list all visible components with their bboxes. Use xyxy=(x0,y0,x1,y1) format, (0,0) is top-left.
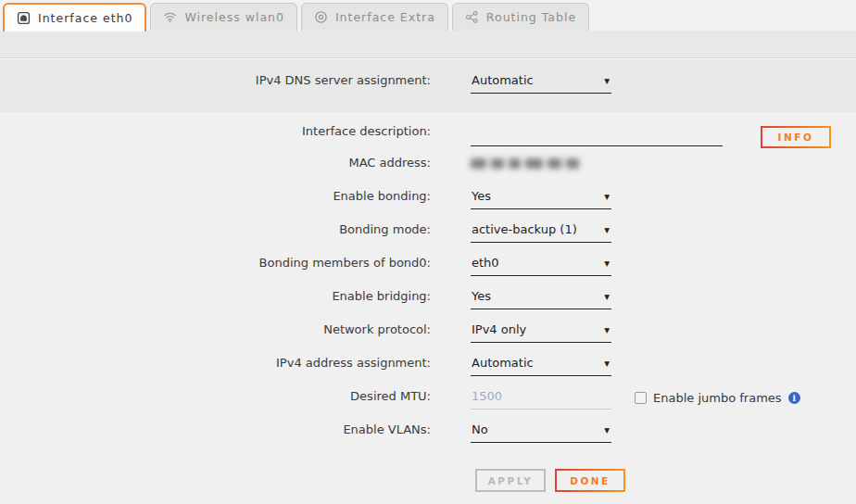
bond-members-row: Bonding members of bond0: eth0 ▼ xyxy=(0,256,856,289)
chevron-down-icon: ▼ xyxy=(604,77,610,85)
ipv4-assignment-row: IPv4 address assignment: Automatic ▼ xyxy=(0,356,856,389)
jumbo-frames-checkbox[interactable] xyxy=(635,392,647,404)
tab-routing-table[interactable]: Routing Table xyxy=(452,3,589,31)
mac-address-row: MAC address: xyxy=(0,156,856,189)
chevron-down-icon: ▼ xyxy=(604,326,610,334)
enable-bridging-select[interactable]: Yes ▼ xyxy=(471,289,611,309)
interface-form: INFO Interface description: MAC address:… xyxy=(0,112,856,504)
description-input[interactable] xyxy=(471,128,723,146)
tab-label: Interface Extra xyxy=(335,10,435,24)
target-icon xyxy=(314,10,328,24)
mtu-row: Desired MTU: 1500 Enable jumbo frames i xyxy=(0,389,856,422)
enable-bridging-row: Enable bridging: Yes ▼ xyxy=(0,289,856,322)
form-actions: APPLY DONE xyxy=(475,469,856,492)
bonding-mode-select[interactable]: active-backup (1) ▼ xyxy=(471,222,611,243)
chevron-down-icon: ▼ xyxy=(604,293,610,301)
chevron-down-icon: ▼ xyxy=(604,226,610,234)
tab-interface-eth0[interactable]: Interface eth0 xyxy=(3,3,146,32)
network-protocol-row: Network protocol: IPv4 only ▼ xyxy=(0,322,856,356)
bonding-mode-label: Bonding mode: xyxy=(0,222,431,256)
chevron-down-icon: ▼ xyxy=(604,426,610,435)
ipv4-assignment-label: IPv4 address assignment: xyxy=(0,356,431,389)
vlans-row: Enable VLANs: No ▼ xyxy=(0,422,856,456)
enable-bridging-label: Enable bridging: xyxy=(0,289,431,322)
ethernet-icon xyxy=(17,11,31,25)
jumbo-frames-label: Enable jumbo frames xyxy=(653,391,782,405)
tab-label: Interface eth0 xyxy=(38,11,132,25)
chevron-down-icon: ▼ xyxy=(604,259,610,268)
apply-button[interactable]: APPLY xyxy=(475,469,546,492)
mtu-input-disabled: 1500 xyxy=(471,389,611,410)
dns-assignment-select[interactable]: Automatic ▼ xyxy=(471,73,611,94)
mtu-label: Desired MTU: xyxy=(0,389,431,422)
dns-assignment-label: IPv4 DNS server assignment: xyxy=(0,73,431,112)
chevron-down-icon: ▼ xyxy=(604,193,610,201)
mac-address-label: MAC address: xyxy=(0,156,431,189)
tab-bar: Interface eth0 Wireless wlan0 Interface … xyxy=(0,0,856,31)
description-label: Interface description: xyxy=(0,124,431,156)
enable-bonding-label: Enable bonding: xyxy=(0,189,431,222)
dns-row: IPv4 DNS server assignment: Automatic ▼ xyxy=(0,58,856,112)
jumbo-info-icon[interactable]: i xyxy=(788,392,800,404)
info-button[interactable]: INFO xyxy=(761,126,831,148)
band-spacer xyxy=(0,31,856,58)
description-row: Interface description: xyxy=(0,124,856,156)
tab-interface-extra[interactable]: Interface Extra xyxy=(301,3,448,31)
enable-bonding-row: Enable bonding: Yes ▼ xyxy=(0,189,856,222)
jumbo-frames-group: Enable jumbo frames i xyxy=(635,389,800,406)
bond-members-label: Bonding members of bond0: xyxy=(0,256,431,289)
wifi-icon xyxy=(163,10,177,24)
bonding-mode-row: Bonding mode: active-backup (1) ▼ xyxy=(0,222,856,256)
tab-label: Routing Table xyxy=(486,10,576,24)
ipv4-assignment-select[interactable]: Automatic ▼ xyxy=(471,356,611,376)
vlans-select[interactable]: No ▼ xyxy=(471,422,611,443)
chevron-down-icon: ▼ xyxy=(604,359,610,368)
tab-wireless-wlan0[interactable]: Wireless wlan0 xyxy=(150,3,297,31)
done-button[interactable]: DONE xyxy=(555,469,625,492)
mac-address-value-redacted xyxy=(471,156,579,169)
tab-label: Wireless wlan0 xyxy=(184,10,284,24)
bond-members-select[interactable]: eth0 ▼ xyxy=(471,256,611,276)
network-protocol-select[interactable]: IPv4 only ▼ xyxy=(471,322,611,343)
enable-bonding-select[interactable]: Yes ▼ xyxy=(471,189,611,209)
dns-section: IPv4 DNS server assignment: Automatic ▼ xyxy=(0,31,856,112)
share-nodes-icon xyxy=(465,10,479,24)
network-protocol-label: Network protocol: xyxy=(0,322,431,356)
vlans-label: Enable VLANs: xyxy=(0,422,431,456)
